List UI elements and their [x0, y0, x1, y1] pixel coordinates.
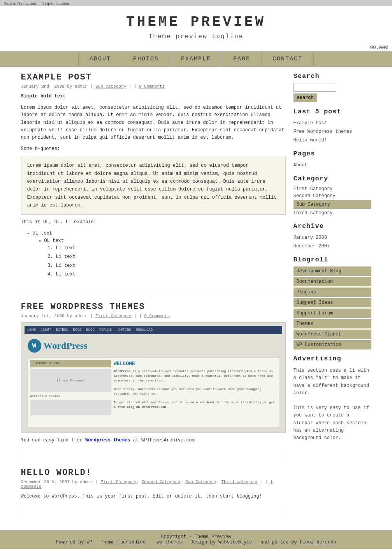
post-cat-third[interactable]: Third category [221, 480, 257, 484]
list-item: Li text [56, 262, 286, 270]
skip-to-nav[interactable]: Skip to Navigation. [4, 1, 37, 5]
footer-theme-label: Theme: [101, 540, 118, 545]
wp-nav-forums: FORUMS [99, 327, 112, 333]
blogroll-link-plugins[interactable]: Plugins [294, 288, 371, 297]
wp-themes-link[interactable]: Wordpress themes [85, 438, 130, 443]
nav-item-photos: PHOTOS [122, 52, 170, 66]
blogroll-link-planet[interactable]: WordPress Planet [294, 330, 371, 339]
last5-link-hello[interactable]: Hello world! [294, 138, 327, 143]
post-cat-first[interactable]: First Category [100, 480, 136, 484]
pages-list: About [294, 161, 371, 169]
post-title-free-wp: FREE WORDPRESS THEMES [21, 302, 286, 312]
sidebar-blogroll-heading: Blogroll [294, 256, 371, 263]
site-header: THEME PREVIEW Theme preview tagline [0, 6, 392, 44]
skip-to-content[interactable]: Skip to Content. [42, 1, 70, 5]
blogroll-link-wpcust[interactable]: WP Customization [294, 340, 371, 349]
category-link-first[interactable]: First Category [294, 186, 333, 192]
footer-designer-link[interactable]: WebsiteStyle [218, 540, 252, 545]
list-item: UL text OL text Li text Li text Li text … [33, 230, 286, 278]
post-cat-link-first[interactable]: First Category [95, 314, 131, 318]
list-item: Li text [56, 245, 286, 252]
last5-item: Example Post [294, 118, 371, 127]
advertising-widget: Advertising This section uses a li with … [294, 353, 371, 442]
archive-link-jan[interactable]: January 2008 [294, 235, 327, 240]
post-list-intro: This is UL, OL, LI example: [21, 219, 286, 226]
wp-nav-extend: EXTEND [56, 327, 68, 333]
search-widget: search [294, 83, 371, 102]
post-hello-world: HELLO WORLD! December 26th, 2007 by admi… [21, 468, 286, 512]
main-content: EXAMPLE POST January 2nd, 2008 by admin … [21, 72, 286, 524]
post-content-free-wp: HOME ABOUT EXTEND DOCS BLOG FORUMS HOSTI… [21, 322, 286, 444]
wp-nav-about: ABOUT [40, 327, 51, 333]
footer-theme-name[interactable]: periodico [120, 540, 146, 545]
pages-link-about[interactable]: About [294, 162, 308, 168]
category-item-first: First Category [294, 185, 371, 192]
main-navigation: ABOUT PHOTOS EXAMPLE PAGE CONTACT [0, 51, 392, 67]
site-tagline: Theme preview tagline [4, 33, 388, 40]
blogroll-link-dev[interactable]: Development Blog [294, 266, 371, 276]
post-cat-sub[interactable]: Sub Category [185, 480, 216, 484]
blogroll-link-suggest[interactable]: Suggest Ideas [294, 298, 371, 307]
nav-item-contact: CONTACT [262, 52, 314, 66]
post-example: EXAMPLE POST January 2nd, 2008 by admin … [21, 72, 286, 290]
search-button[interactable]: search [294, 94, 317, 102]
footer-powered-label: Powered by [56, 540, 84, 545]
archive-link-dec[interactable]: December 2007 [294, 243, 330, 249]
category-link-third[interactable]: Third category [294, 210, 333, 216]
wp-available-themes: Available Themes [30, 394, 112, 399]
blogroll-link-docs[interactable]: Documentation [294, 277, 371, 286]
footer-ported-label: and ported by [260, 540, 297, 545]
post-comments-link-free-wp[interactable]: 0 Comments [144, 314, 170, 318]
wp-welcome-heading: WELCOME [114, 360, 276, 368]
sidebar-search-heading: Search [294, 72, 371, 80]
wp-screenshot-area: Current Theme [Theme Preview] Available … [28, 357, 279, 427]
search-input[interactable] [294, 83, 336, 92]
site-title: THEME PREVIEW [4, 14, 388, 30]
post-wp-link-text: You can easy find free Wordpress themes … [21, 437, 286, 444]
category-item-third: Third category [294, 210, 371, 217]
post-ul-nested: OL text Li text Li text Li text Li text [44, 237, 286, 278]
blogroll-item: Documentation [294, 277, 371, 286]
wp-logo-circle: W [28, 339, 41, 353]
blogroll-link-support[interactable]: Support Forum [294, 309, 371, 318]
footer-porter-link[interactable]: biboz derecho [300, 540, 336, 545]
category-link-sub[interactable]: Sub Category [294, 200, 371, 209]
last5-link-free-wp[interactable]: Free Wordpress themes [294, 129, 352, 134]
list-item: Li text [56, 253, 286, 261]
nav-link-photos[interactable]: PHOTOS [122, 52, 170, 66]
category-link-second[interactable]: Second Category [294, 193, 336, 199]
wp-nav-blog: BLOG [86, 327, 95, 333]
sidebar-category-heading: Category [294, 175, 371, 182]
site-footer: Copyright - Theme Preview Powered by WP … [0, 530, 392, 549]
post-cat-second[interactable]: Second Category [142, 480, 180, 484]
nav-link-page[interactable]: PAGE [222, 52, 262, 66]
last5-link-example[interactable]: Example Post [294, 120, 327, 126]
footer-wp-themes-link[interactable]: wp themes [157, 540, 182, 545]
blogroll-item: Support Forum [294, 309, 371, 318]
sidebar-pages-heading: Pages [294, 150, 371, 157]
post-title-example: EXAMPLE POST [21, 72, 286, 82]
post-comments-link-example[interactable]: 0 Comments [139, 84, 165, 89]
wp-nav-download: DOWNLOAD [136, 327, 153, 333]
post-cat-link-subcategory[interactable]: Sub Category [95, 84, 126, 89]
sidebar-last5-heading: Last 5 post [294, 108, 371, 115]
blogroll-item: Suggest Ideas [294, 298, 371, 307]
blogroll-item: WP Customization [294, 340, 371, 349]
nav-list: ABOUT PHOTOS EXAMPLE PAGE CONTACT [0, 52, 392, 66]
category-item-second: Second Category [294, 192, 371, 199]
footer-design-label: Design by [190, 540, 216, 545]
nav-link-about[interactable]: ABOUT [78, 52, 122, 66]
footer-credits: Powered by WP Theme: periodico wp themes… [4, 540, 388, 545]
nav-link-contact[interactable]: CONTACT [262, 52, 314, 66]
advertising-text-2: This is very easy to use if you want to … [294, 404, 371, 442]
post-meta-hello-world: December 26th, 2007 by admin | First Cat… [21, 480, 286, 489]
post-ol-list: Li text Li text Li text Li text [56, 245, 286, 278]
nav-item-page: PAGE [222, 52, 262, 66]
advertising-text-1: This section uses a li with a class="alt… [294, 367, 371, 397]
main-wrapper: EXAMPLE POST January 2nd, 2008 by admin … [17, 67, 375, 530]
last5-list: Example Post Free Wordpress themes Hello… [294, 118, 371, 144]
nav-item-example: EXAMPLE [170, 52, 222, 66]
blogroll-link-themes[interactable]: Themes [294, 319, 371, 328]
footer-wp-link[interactable]: WP [87, 540, 92, 545]
nav-link-example[interactable]: EXAMPLE [170, 52, 222, 66]
